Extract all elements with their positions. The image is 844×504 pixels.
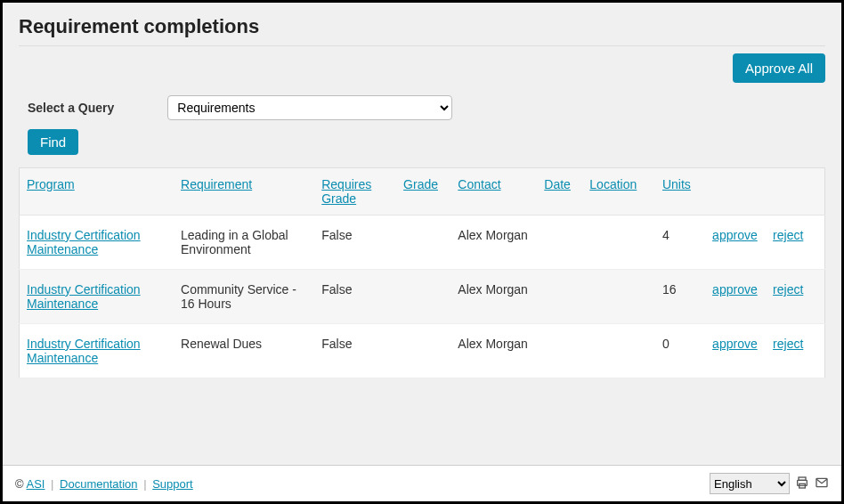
cell-program[interactable]: Industry Certification Maintenance: [27, 228, 141, 256]
cell-requires-grade: False: [314, 324, 396, 378]
cell-date: [537, 324, 582, 378]
cell-requirement: Community Service - 16 Hours: [174, 270, 314, 324]
header-requirement[interactable]: Requirement: [181, 177, 252, 191]
header-program[interactable]: Program: [27, 177, 75, 191]
footer-link-support[interactable]: Support: [152, 477, 193, 491]
cell-grade: [396, 215, 450, 270]
cell-requires-grade: False: [314, 215, 396, 270]
copyright-symbol: ©: [15, 477, 24, 491]
reject-link[interactable]: reject: [773, 337, 803, 351]
cell-grade: [396, 324, 450, 378]
cell-contact: Alex Morgan: [450, 270, 537, 324]
approve-link[interactable]: approve: [712, 337, 758, 351]
cell-program[interactable]: Industry Certification Maintenance: [27, 282, 141, 311]
divider: [19, 45, 825, 46]
print-icon[interactable]: [795, 476, 809, 492]
footer: © ASI | Documentation | Support English: [3, 465, 841, 501]
footer-link-asi[interactable]: ASI: [27, 477, 45, 491]
reject-link[interactable]: reject: [773, 282, 803, 297]
cell-date: [537, 270, 582, 324]
cell-program[interactable]: Industry Certification Maintenance: [27, 337, 141, 365]
table-row: Industry Certification MaintenanceRenewa…: [20, 324, 825, 378]
approve-all-button[interactable]: Approve All: [733, 53, 825, 83]
page-title: Requirement completions: [19, 15, 825, 38]
cell-location: [582, 215, 655, 270]
cell-date: [537, 215, 582, 270]
query-label: Select a Query: [28, 101, 114, 115]
header-date[interactable]: Date: [544, 177, 571, 191]
cell-units: 4: [655, 215, 705, 270]
approve-link[interactable]: approve: [712, 282, 758, 297]
cell-location: [582, 324, 655, 378]
table-row: Industry Certification MaintenanceLeadin…: [20, 215, 825, 270]
footer-link-documentation[interactable]: Documentation: [60, 477, 137, 491]
header-location[interactable]: Location: [589, 177, 637, 191]
cell-grade: [396, 270, 450, 324]
language-select[interactable]: English: [710, 473, 790, 494]
cell-units: 16: [655, 270, 705, 324]
cell-location: [582, 270, 655, 324]
cell-requires-grade: False: [314, 270, 396, 324]
header-units[interactable]: Units: [662, 177, 691, 191]
table-row: Industry Certification MaintenanceCommun…: [20, 270, 825, 324]
cell-requirement: Renewal Dues: [174, 324, 314, 378]
cell-contact: Alex Morgan: [450, 215, 537, 270]
cell-contact: Alex Morgan: [450, 324, 537, 378]
header-contact[interactable]: Contact: [458, 177, 500, 191]
reject-link[interactable]: reject: [773, 228, 803, 242]
find-button[interactable]: Find: [28, 129, 78, 155]
query-select[interactable]: Requirements: [167, 95, 452, 120]
data-table: Program Requirement Requires Grade Grade…: [19, 167, 825, 378]
cell-requirement: Leading in a Global Environment: [174, 215, 314, 270]
header-grade[interactable]: Grade: [403, 177, 438, 191]
header-requires-grade[interactable]: Requires Grade: [321, 177, 371, 206]
cell-units: 0: [655, 324, 705, 378]
approve-link[interactable]: approve: [712, 228, 758, 242]
mail-icon[interactable]: [815, 476, 829, 492]
